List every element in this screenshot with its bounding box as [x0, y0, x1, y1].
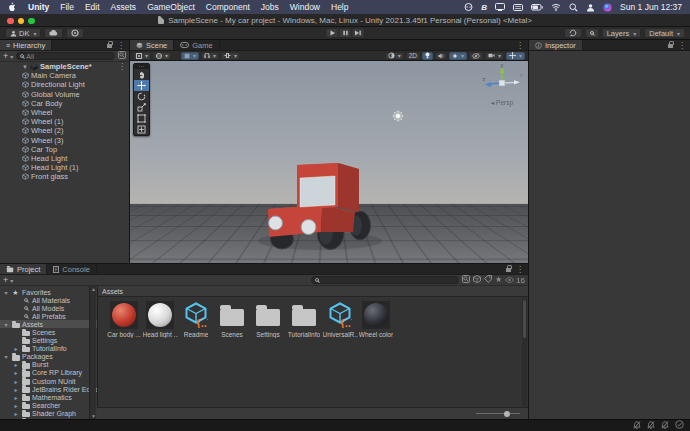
grid-visibility-dropdown[interactable] — [181, 52, 199, 60]
project-tree-row[interactable]: ★ All Models — [0, 304, 97, 312]
expander-icon[interactable] — [13, 345, 19, 352]
label-tag-icon[interactable] — [484, 275, 492, 285]
project-tree-row[interactable]: ★ All Prefabs — [0, 312, 97, 320]
hierarchy-item[interactable]: Wheel (2) — [0, 126, 129, 135]
shading-mode-dropdown[interactable] — [385, 52, 404, 60]
siri-icon[interactable] — [603, 2, 612, 12]
expander-icon[interactable] — [3, 289, 9, 296]
menu-item[interactable]: File — [60, 2, 74, 12]
create-asset-button[interactable]: + — [3, 276, 13, 285]
step-button[interactable] — [352, 28, 365, 38]
breadcrumb[interactable]: Assets — [102, 288, 123, 295]
hierarchy-item[interactable]: Directional Light — [0, 80, 129, 89]
hierarchy-item[interactable]: Global Volume — [0, 90, 129, 99]
lock-icon[interactable] — [668, 44, 673, 48]
hierarchy-item[interactable]: Head Light — [0, 154, 129, 163]
scene-lighting-toggle[interactable] — [422, 52, 433, 60]
asset-item[interactable]: {..} Head light ... — [142, 301, 178, 338]
hand-tool-button[interactable] — [134, 69, 149, 80]
tab-hierarchy[interactable]: ≡Hierarchy — [0, 40, 52, 50]
menu-item[interactable]: Edit — [85, 2, 100, 12]
menu-item[interactable]: Help — [331, 2, 348, 12]
hierarchy-item[interactable]: Wheel (1) — [0, 117, 129, 126]
project-tree-row[interactable]: ★ Packages — [0, 353, 97, 361]
transform-tool-button[interactable] — [134, 124, 149, 135]
scene-camera-dropdown[interactable] — [485, 52, 504, 60]
project-tree-row[interactable]: ★ Shader Graph — [0, 409, 97, 417]
tab-game[interactable]: Game — [174, 40, 219, 50]
rect-tool-button[interactable] — [134, 113, 149, 124]
menu-item[interactable]: Jobs — [261, 2, 279, 12]
project-tree-row[interactable]: ★ All Materials — [0, 296, 97, 304]
asset-item[interactable]: {..} Car body ... — [106, 301, 142, 338]
project-tree-row[interactable]: ★ Favorites — [0, 288, 97, 296]
panel-menu-icon[interactable]: ⋮ — [117, 41, 125, 50]
apple-menu-icon[interactable] — [8, 2, 17, 12]
services-ring-button[interactable] — [66, 28, 84, 38]
hierarchy-item[interactable]: Wheel (3) — [0, 136, 129, 145]
layers-dropdown[interactable]: Layers — [602, 28, 642, 38]
tool-handle-position-dropdown[interactable] — [133, 52, 151, 60]
project-tree-row[interactable]: ★ Burst — [0, 361, 97, 369]
close-window-button[interactable] — [7, 18, 14, 25]
menu-clock[interactable]: Sun 1 Jun 12:37 — [620, 2, 682, 12]
project-tree-row[interactable]: ★ JetBrains Rider Editor — [0, 385, 97, 393]
menu-item[interactable]: GameObject — [147, 2, 195, 12]
hierarchy-item[interactable]: Head Light (1) — [0, 163, 129, 172]
user-account-icon[interactable] — [586, 2, 595, 12]
display-status-icon[interactable] — [495, 2, 505, 12]
tools-overlay[interactable] — [133, 63, 150, 136]
asset-item[interactable]: {..} UniversalR... — [322, 301, 358, 338]
project-tree-row[interactable]: ★ TutorialInfo — [0, 345, 97, 353]
hierarchy-item[interactable]: Front glass — [0, 172, 129, 181]
tool-handle-rotation-dropdown[interactable] — [153, 52, 171, 60]
tab-project[interactable]: Project — [0, 264, 47, 274]
grid-snapping-dropdown[interactable] — [221, 52, 240, 60]
scene-visibility-toggle[interactable] — [469, 52, 483, 60]
minimize-window-button[interactable] — [18, 18, 25, 25]
menu-app-name[interactable]: Unity — [28, 2, 49, 12]
tree-scrollbar[interactable]: ▲▼ — [89, 286, 96, 419]
panel-menu-icon[interactable]: ⋮ — [516, 41, 524, 50]
scale-tool-button[interactable] — [134, 102, 149, 113]
keyboard-status-icon[interactable] — [513, 2, 523, 12]
panel-menu-icon[interactable]: ⋮ — [516, 265, 524, 274]
project-tree-row[interactable]: ★ Settings — [0, 337, 97, 345]
asset-item[interactable]: {..} Scenes — [214, 301, 250, 338]
menu-item[interactable]: Assets — [111, 2, 137, 12]
assets-scrollbar[interactable] — [522, 298, 527, 406]
controller-status-icon[interactable] — [464, 2, 473, 12]
scroll-up-icon[interactable]: ▲ — [91, 286, 96, 292]
hierarchy-item[interactable]: Car Top — [0, 145, 129, 154]
projection-mode-label[interactable]: ◂ Persp — [480, 99, 524, 107]
project-tree-row[interactable]: ★ Custom NUnit — [0, 377, 97, 385]
scene-options-icon[interactable]: ⋮ — [118, 62, 126, 71]
project-tree-row[interactable]: ★ Assets — [0, 320, 97, 328]
expander-icon[interactable] — [3, 353, 9, 360]
hierarchy-item[interactable]: Car Body — [0, 99, 129, 108]
account-dropdown[interactable]: DK — [5, 28, 41, 38]
hierarchy-item[interactable]: Main Camera — [0, 71, 129, 80]
expander-icon[interactable] — [3, 321, 9, 328]
move-tool-button[interactable] — [134, 80, 149, 91]
muted-bell-icon-1[interactable] — [633, 421, 641, 431]
project-tree-row[interactable]: ★ Mathematics — [0, 393, 97, 401]
project-tree-row[interactable]: ★ Searcher — [0, 401, 97, 409]
import-package-icon[interactable] — [473, 275, 481, 285]
spotlight-search-icon[interactable] — [569, 2, 578, 12]
asset-item[interactable]: {..} Settings — [250, 301, 286, 338]
asset-item[interactable]: {..} Readme — [178, 301, 214, 338]
expander-icon[interactable] — [13, 402, 19, 409]
snap-increment-dropdown[interactable] — [201, 52, 219, 60]
layout-dropdown[interactable]: Default — [644, 28, 685, 38]
play-button[interactable] — [326, 28, 339, 38]
expander-icon[interactable] — [13, 410, 19, 417]
slider-knob[interactable] — [504, 411, 510, 417]
status-check-icon[interactable] — [675, 420, 684, 431]
scene-root-row[interactable]: ▼ SampleScene* ⋮ — [0, 62, 129, 71]
panel-menu-icon[interactable]: ⋮ — [678, 41, 686, 50]
zoom-window-button[interactable] — [28, 18, 35, 25]
effects-dropdown[interactable] — [449, 52, 467, 60]
lock-icon[interactable] — [107, 44, 112, 48]
expander-icon[interactable] — [13, 386, 19, 393]
